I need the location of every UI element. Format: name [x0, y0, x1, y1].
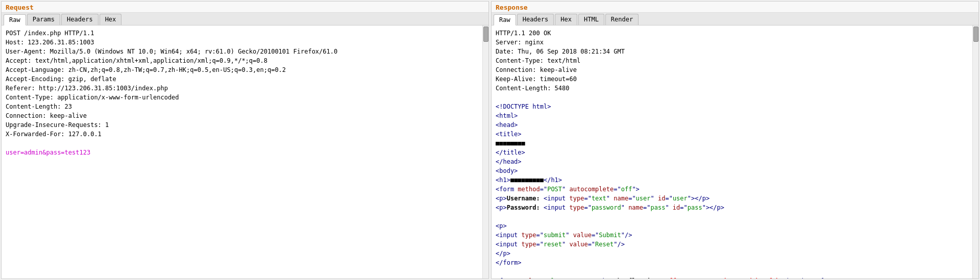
flag-value: 85ff2ee4171396724bae20c0bd851f6b	[662, 277, 779, 278]
form-close: </form>	[496, 259, 522, 266]
tab-headers-response[interactable]: Headers	[517, 14, 554, 25]
font-close: </h3><br></font>	[779, 277, 839, 278]
request-title: Request	[2, 2, 488, 13]
response-scrollbar[interactable]	[972, 26, 978, 278]
html-open: <html>	[496, 112, 518, 119]
response-tabs: Raw Headers Hex HTML Render	[492, 13, 978, 26]
doctype-tag: <!DOCTYPE html>	[496, 103, 551, 110]
request-scrollbar[interactable]	[482, 26, 488, 278]
response-content-wrap: HTTP/1.1 200 OK Server: nginx Date: Thu,…	[492, 26, 978, 278]
p-password: <p>	[496, 204, 507, 211]
input-submit: <input type="submit" value="Submit"/>	[496, 232, 632, 239]
request-content-wrap: POST /index.php HTTP/1.1 Host: 123.206.3…	[2, 26, 488, 278]
h1-tag: <h1>	[496, 176, 510, 184]
tab-headers-request[interactable]: Headers	[61, 14, 99, 25]
tab-hex-response[interactable]: Hex	[555, 14, 577, 25]
tab-raw-response[interactable]: Raw	[494, 14, 516, 26]
request-body: user=admin&pass=test123	[6, 149, 90, 156]
response-content: HTTP/1.1 200 OK Server: nginx Date: Thu,…	[492, 26, 972, 278]
h1-content: ■■■■■■■■■	[510, 176, 544, 184]
p-open: <p>	[496, 222, 507, 230]
tab-params-request[interactable]: Params	[27, 14, 60, 25]
username-label: Username:	[507, 195, 540, 202]
p-close: </p>	[496, 250, 510, 257]
tab-hex-request[interactable]: Hex	[100, 14, 122, 25]
input-reset: <input type="reset" value="Reset"/>	[496, 241, 625, 248]
title-open: <title>	[496, 131, 522, 138]
tab-render-response[interactable]: Render	[605, 14, 639, 25]
title-close: </title>	[496, 149, 525, 156]
body-open: <body>	[496, 167, 518, 174]
p-username: <p>	[496, 195, 507, 202]
password-label: Password:	[507, 204, 540, 211]
h1-close: </h1>	[544, 176, 562, 184]
page-title-content: ■■■■■■■■	[496, 140, 525, 147]
response-scrollbar-thumb[interactable]	[973, 27, 978, 42]
head-close: </head>	[496, 158, 522, 165]
tab-raw-request[interactable]: Raw	[4, 14, 26, 26]
flag-label: The flag is:	[614, 277, 662, 278]
request-scrollbar-thumb[interactable]	[483, 27, 488, 42]
form-tag: <form method="POST" autocomplete="off">	[496, 186, 640, 193]
request-panel: Request Raw Params Headers Hex POST /ind…	[1, 1, 489, 279]
tab-html-response[interactable]: HTML	[578, 14, 604, 25]
request-content: POST /index.php HTTP/1.1 Host: 123.206.3…	[2, 26, 482, 278]
head-open: <head>	[496, 121, 518, 129]
font-tag: <font style="color:#FF0000"><h3>	[496, 277, 614, 278]
response-title: Response	[492, 2, 978, 13]
response-panel: Response Raw Headers Hex HTML Render HTT…	[491, 1, 979, 279]
request-tabs: Raw Params Headers Hex	[2, 13, 488, 26]
